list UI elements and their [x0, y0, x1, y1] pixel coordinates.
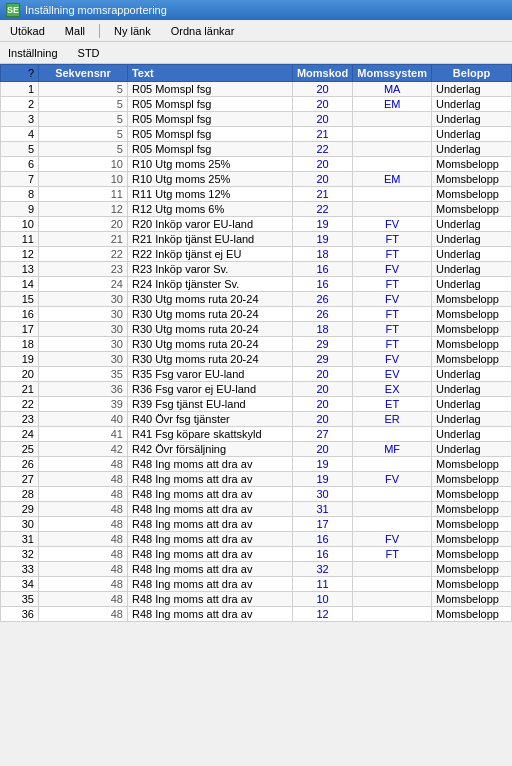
cell-momssystem: FT: [353, 307, 432, 322]
cell-text: R05 Momspl fsg: [127, 112, 292, 127]
cell-text: R42 Övr försäljning: [127, 442, 292, 457]
cell-seq: 14: [1, 277, 39, 292]
cell-text: R48 Ing moms att dra av: [127, 547, 292, 562]
cell-seq: 36: [1, 607, 39, 622]
menu-mall[interactable]: Mall: [59, 23, 91, 39]
table-row[interactable]: 1222R22 Inköp tjänst ej EU18FTUnderlag: [1, 247, 512, 262]
cell-num: 48: [39, 502, 128, 517]
window-title: Inställning momsrapportering: [25, 4, 167, 16]
table-row[interactable]: 1323R23 Inköp varor Sv.16FVUnderlag: [1, 262, 512, 277]
table-row[interactable]: 3148R48 Ing moms att dra av16FVMomsbelop…: [1, 532, 512, 547]
table-row[interactable]: 25R05 Momspl fsg20EMUnderlag: [1, 97, 512, 112]
table-row[interactable]: 3348R48 Ing moms att dra av32Momsbelopp: [1, 562, 512, 577]
cell-num: 48: [39, 517, 128, 532]
cell-momssystem: FV: [353, 532, 432, 547]
cell-momskod: 21: [292, 187, 352, 202]
table-row[interactable]: 2542R42 Övr försäljning20MFUnderlag: [1, 442, 512, 457]
cell-text: R48 Ing moms att dra av: [127, 502, 292, 517]
table-row[interactable]: 2136R36 Fsg varor ej EU-land20EXUnderlag: [1, 382, 512, 397]
cell-text: R48 Ing moms att dra av: [127, 592, 292, 607]
table-row[interactable]: 1530R30 Utg moms ruta 20-2426FVMomsbelop…: [1, 292, 512, 307]
table-row[interactable]: 2239R39 Fsg tjänst EU-land20ETUnderlag: [1, 397, 512, 412]
table-row[interactable]: 1020R20 Inköp varor EU-land19FVUnderlag: [1, 217, 512, 232]
cell-belopp: Momsbelopp: [432, 472, 512, 487]
table-row[interactable]: 2340R40 Övr fsg tjänster20ERUnderlag: [1, 412, 512, 427]
cell-momssystem: MF: [353, 442, 432, 457]
table-container: ? Sekvensnr Text Momskod Momssystem Belo…: [0, 64, 512, 766]
table-row[interactable]: 610R10 Utg moms 25%20Momsbelopp: [1, 157, 512, 172]
table-row[interactable]: 1930R30 Utg moms ruta 20-2429FVMomsbelop…: [1, 352, 512, 367]
cell-seq: 10: [1, 217, 39, 232]
table-row[interactable]: 2848R48 Ing moms att dra av30Momsbelopp: [1, 487, 512, 502]
table-row[interactable]: 710R10 Utg moms 25%20EMMomsbelopp: [1, 172, 512, 187]
cell-belopp: Underlag: [432, 442, 512, 457]
cell-momskod: 26: [292, 292, 352, 307]
table-row[interactable]: 811R11 Utg moms 12%21Momsbelopp: [1, 187, 512, 202]
table-row[interactable]: 1730R30 Utg moms ruta 20-2418FTMomsbelop…: [1, 322, 512, 337]
table-row[interactable]: 1830R30 Utg moms ruta 20-2429FTMomsbelop…: [1, 337, 512, 352]
cell-momssystem: FT: [353, 547, 432, 562]
cell-text: R48 Ing moms att dra av: [127, 457, 292, 472]
cell-momssystem: [353, 142, 432, 157]
cell-momssystem: EX: [353, 382, 432, 397]
cell-num: 12: [39, 202, 128, 217]
menu-bar: Utökad Mall Ny länk Ordna länkar: [0, 20, 512, 42]
table-row[interactable]: 2441R41 Fsg köpare skattskyld27Underlag: [1, 427, 512, 442]
cell-num: 36: [39, 382, 128, 397]
cell-momssystem: FT: [353, 322, 432, 337]
cell-text: R05 Momspl fsg: [127, 97, 292, 112]
cell-momssystem: [353, 592, 432, 607]
cell-text: R40 Övr fsg tjänster: [127, 412, 292, 427]
cell-seq: 31: [1, 532, 39, 547]
table-row[interactable]: 3548R48 Ing moms att dra av10Momsbelopp: [1, 592, 512, 607]
cell-belopp: Momsbelopp: [432, 337, 512, 352]
cell-seq: 17: [1, 322, 39, 337]
cell-seq: 30: [1, 517, 39, 532]
table-row[interactable]: 3648R48 Ing moms att dra av12Momsbelopp: [1, 607, 512, 622]
cell-num: 42: [39, 442, 128, 457]
table-row[interactable]: 2948R48 Ing moms att dra av31Momsbelopp: [1, 502, 512, 517]
table-row[interactable]: 3248R48 Ing moms att dra av16FTMomsbelop…: [1, 547, 512, 562]
cell-belopp: Momsbelopp: [432, 187, 512, 202]
cell-text: R48 Ing moms att dra av: [127, 577, 292, 592]
header-momskod: Momskod: [292, 65, 352, 82]
menu-utokad[interactable]: Utökad: [4, 23, 51, 39]
table-row[interactable]: 1630R30 Utg moms ruta 20-2426FTMomsbelop…: [1, 307, 512, 322]
menu-ordna-lankar[interactable]: Ordna länkar: [165, 23, 241, 39]
cell-momskod: 20: [292, 82, 352, 97]
cell-num: 5: [39, 127, 128, 142]
header-momssystem: Momssystem: [353, 65, 432, 82]
cell-num: 11: [39, 187, 128, 202]
table-row[interactable]: 15R05 Momspl fsg20MAUnderlag: [1, 82, 512, 97]
table-row[interactable]: 3448R48 Ing moms att dra av11Momsbelopp: [1, 577, 512, 592]
cell-seq: 13: [1, 262, 39, 277]
cell-num: 22: [39, 247, 128, 262]
cell-seq: 19: [1, 352, 39, 367]
table-row[interactable]: 45R05 Momspl fsg21Underlag: [1, 127, 512, 142]
cell-text: R11 Utg moms 12%: [127, 187, 292, 202]
table-row[interactable]: 1121R21 Inköp tjänst EU-land19FTUnderlag: [1, 232, 512, 247]
cell-belopp: Underlag: [432, 262, 512, 277]
cell-belopp: Momsbelopp: [432, 592, 512, 607]
table-row[interactable]: 2748R48 Ing moms att dra av19FVMomsbelop…: [1, 472, 512, 487]
cell-seq: 5: [1, 142, 39, 157]
cell-text: R21 Inköp tjänst EU-land: [127, 232, 292, 247]
cell-momskod: 17: [292, 517, 352, 532]
cell-num: 30: [39, 322, 128, 337]
table-row[interactable]: 35R05 Momspl fsg20Underlag: [1, 112, 512, 127]
table-row[interactable]: 2648R48 Ing moms att dra av19Momsbelopp: [1, 457, 512, 472]
menu-ny-lank[interactable]: Ny länk: [108, 23, 157, 39]
cell-momskod: 18: [292, 247, 352, 262]
cell-text: R23 Inköp varor Sv.: [127, 262, 292, 277]
table-row[interactable]: 1424R24 Inköp tjänster Sv.16FTUnderlag: [1, 277, 512, 292]
cell-belopp: Underlag: [432, 232, 512, 247]
header-text: Text: [127, 65, 292, 82]
cell-momskod: 18: [292, 322, 352, 337]
cell-text: R30 Utg moms ruta 20-24: [127, 307, 292, 322]
cell-seq: 18: [1, 337, 39, 352]
cell-momssystem: FT: [353, 337, 432, 352]
table-row[interactable]: 912R12 Utg moms 6%22Momsbelopp: [1, 202, 512, 217]
table-row[interactable]: 3048R48 Ing moms att dra av17Momsbelopp: [1, 517, 512, 532]
table-row[interactable]: 55R05 Momspl fsg22Underlag: [1, 142, 512, 157]
table-row[interactable]: 2035R35 Fsg varor EU-land20EVUnderlag: [1, 367, 512, 382]
